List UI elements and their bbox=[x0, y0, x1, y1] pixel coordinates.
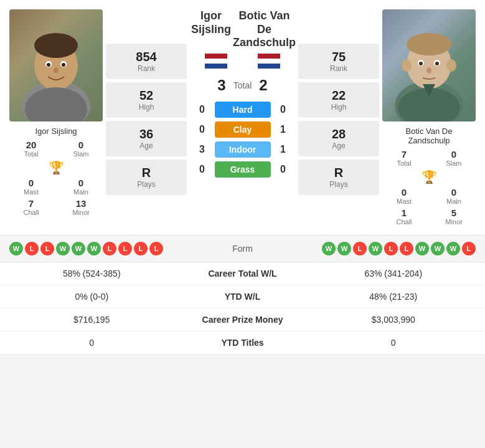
stats-row-left-val: 0% (0-0) bbox=[9, 292, 174, 302]
stats-row-label: YTD Titles bbox=[174, 338, 311, 348]
left-stat-total: 20 Total bbox=[6, 140, 56, 158]
right-stat-mast-visible: 0 Mast bbox=[379, 187, 429, 205]
left-trophy: 🏆 bbox=[6, 160, 106, 175]
stats-row-label: Career Total W/L bbox=[174, 269, 311, 279]
form-badge-l: L bbox=[384, 242, 398, 255]
svg-rect-13 bbox=[258, 54, 280, 59]
form-badge-w: W bbox=[415, 242, 429, 255]
right-stat-chall: 1 Chall bbox=[379, 207, 429, 226]
right-stat-minor: 5 Minor bbox=[429, 207, 479, 226]
stats-row-right-val: 48% (21-23) bbox=[311, 292, 476, 302]
form-badge-l: L bbox=[103, 242, 116, 255]
form-badge-l: L bbox=[118, 242, 132, 255]
svg-rect-15 bbox=[258, 64, 280, 69]
hard-right-score: 0 bbox=[277, 104, 290, 115]
right-trophy: 🏆 bbox=[379, 169, 479, 184]
trophy-icon-right: 🏆 bbox=[421, 169, 437, 184]
left-stat-minor: 13 Minor bbox=[56, 198, 106, 216]
form-badge-w: W bbox=[322, 242, 336, 255]
clay-left-score: 0 bbox=[196, 124, 209, 135]
svg-point-7 bbox=[62, 63, 65, 67]
total-score-row: 3 Total 2 bbox=[217, 77, 267, 94]
form-badge-w: W bbox=[9, 242, 23, 255]
form-badge-w: W bbox=[446, 242, 460, 255]
right-player-stats-grid: 7 Total 0 Slam 🏆 0 Mast 0 Main bbox=[379, 149, 479, 226]
left-player-name-below: Igor Sijsling bbox=[35, 126, 77, 136]
form-badge-w: W bbox=[369, 242, 382, 255]
stats-row-right-val: 0 bbox=[311, 338, 476, 348]
svg-point-20 bbox=[402, 59, 412, 72]
right-player-name-below: Botic Van De Zandschulp bbox=[385, 126, 473, 145]
right-flag-svg bbox=[258, 54, 280, 69]
right-rank-box: 75 Rank bbox=[298, 44, 379, 79]
stats-row-left-val: 58% (524-385) bbox=[9, 269, 174, 279]
left-rank-box: 854 Rank bbox=[106, 44, 187, 79]
right-flag bbox=[258, 54, 280, 70]
left-stat-mast-visible: 0 Mast bbox=[6, 178, 56, 196]
svg-point-25 bbox=[435, 62, 439, 65]
right-player-col: Botic Van De Zandschulp 7 Total 0 Slam 🏆… bbox=[379, 9, 479, 226]
stats-row-left-val: 0 bbox=[9, 338, 174, 348]
right-stat-slam: 0 Slam bbox=[429, 149, 479, 167]
surface-row-clay: 0 Clay 1 bbox=[196, 122, 290, 138]
stats-row-label: Career Prize Money bbox=[174, 315, 311, 325]
left-stat-boxes: 854 Rank 52 High 36 Age R Plays bbox=[106, 44, 187, 226]
svg-point-24 bbox=[419, 62, 423, 65]
surface-rows: 0 Hard 0 0 Clay 1 3 Indoor 1 0 Grass bbox=[189, 102, 296, 178]
stats-row-left-val: $716,195 bbox=[9, 315, 174, 325]
left-total-score: 3 bbox=[217, 77, 225, 94]
right-player-name-header: Botic Van De Zandschulp bbox=[233, 9, 296, 50]
left-player-name-header: Igor Sijsling bbox=[189, 9, 233, 50]
indoor-right-score: 1 bbox=[277, 144, 290, 155]
clay-right-score: 1 bbox=[277, 124, 290, 135]
svg-point-8 bbox=[54, 67, 59, 74]
grass-left-score: 0 bbox=[196, 164, 209, 175]
stats-row: 0% (0-0) YTD W/L 48% (21-23) bbox=[0, 285, 485, 308]
main-container: Igor Sijsling 20 Total 0 Slam 🏆 0 Mast bbox=[0, 0, 485, 355]
indoor-button[interactable]: Indoor bbox=[215, 141, 271, 158]
right-plays-box: R Plays bbox=[298, 160, 379, 195]
clay-button[interactable]: Clay bbox=[215, 122, 271, 138]
left-flag bbox=[205, 54, 227, 70]
left-age-box: 36 Age bbox=[106, 121, 187, 156]
form-badge-l: L bbox=[462, 242, 476, 255]
form-label: Form bbox=[232, 244, 253, 254]
svg-point-19 bbox=[407, 33, 451, 55]
left-player-stats-grid: 20 Total 0 Slam 🏆 0 Mast 0 Main bbox=[6, 140, 106, 216]
form-badge-l: L bbox=[353, 242, 367, 255]
form-badge-w: W bbox=[337, 242, 351, 255]
surface-row-grass: 0 Grass 0 bbox=[196, 161, 290, 178]
svg-rect-14 bbox=[258, 59, 280, 64]
form-badge-w: W bbox=[72, 242, 85, 255]
svg-rect-11 bbox=[205, 59, 227, 64]
stats-row: 58% (524-385) Career Total W/L 63% (341-… bbox=[0, 262, 485, 285]
right-age-box: 28 Age bbox=[298, 121, 379, 156]
form-section: WLLWWWLLLL Form WWLWLLWWWL bbox=[0, 235, 485, 262]
total-label: Total bbox=[233, 80, 252, 90]
stats-row-right-val: 63% (341-204) bbox=[311, 269, 476, 279]
left-plays-box: R Plays bbox=[106, 160, 187, 195]
left-flag-svg bbox=[205, 54, 227, 69]
surface-row-indoor: 3 Indoor 1 bbox=[196, 141, 290, 158]
hard-button[interactable]: Hard bbox=[215, 102, 271, 118]
svg-point-21 bbox=[446, 59, 456, 72]
left-high-box: 52 High bbox=[106, 82, 187, 118]
grass-button[interactable]: Grass bbox=[215, 161, 271, 178]
left-player-col: Igor Sijsling 20 Total 0 Slam 🏆 0 Mast bbox=[6, 9, 106, 226]
left-form-badges: WLLWWWLLLL bbox=[9, 242, 163, 255]
stats-row-right-val: $3,003,990 bbox=[311, 315, 476, 325]
form-badge-w: W bbox=[87, 242, 101, 255]
form-badge-l: L bbox=[149, 242, 163, 255]
right-total-score: 2 bbox=[259, 77, 267, 94]
left-stat-chall: 7 Chall bbox=[6, 198, 56, 216]
hard-left-score: 0 bbox=[196, 104, 209, 115]
right-high-box: 22 High bbox=[298, 82, 379, 118]
surface-row-hard: 0 Hard 0 bbox=[196, 102, 290, 118]
svg-rect-12 bbox=[205, 64, 227, 69]
svg-point-26 bbox=[426, 67, 431, 74]
left-player-photo bbox=[9, 9, 103, 122]
stats-rows: 58% (524-385) Career Total W/L 63% (341-… bbox=[0, 262, 485, 355]
left-stat-main: 0 Main bbox=[56, 178, 106, 196]
left-stat-slam: 0 Slam bbox=[56, 140, 106, 158]
center-col: Igor Sijsling Botic Van De Zandschulp bbox=[189, 9, 296, 226]
